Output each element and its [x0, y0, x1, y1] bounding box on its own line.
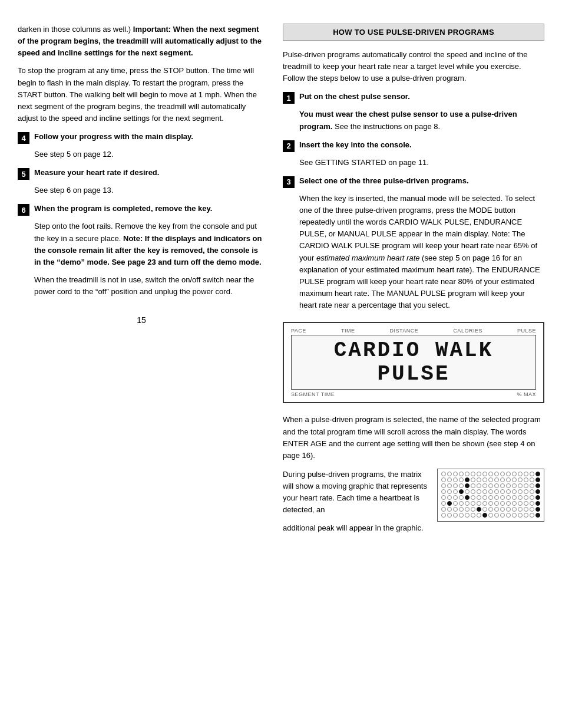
matrix-dot	[477, 483, 481, 488]
matrix-dot	[535, 513, 540, 518]
matrix-dot	[453, 501, 458, 506]
right-column: HOW TO USE PULSE-DRIVEN PROGRAMS Pulse-d…	[283, 24, 544, 704]
matrix-dot	[477, 477, 481, 482]
matrix-row	[441, 477, 540, 482]
matrix-dot	[453, 489, 458, 494]
matrix-dot	[465, 472, 470, 476]
label-pace: PACE	[291, 328, 306, 334]
matrix-dot	[477, 495, 481, 500]
matrix-dot	[471, 472, 475, 476]
step-6-number: 6	[18, 204, 29, 216]
matrix-dot	[494, 477, 499, 482]
matrix-dot	[477, 513, 481, 518]
matrix-dot	[441, 489, 446, 494]
step-r3-block: 3 Select one of the three pulse-driven p…	[283, 176, 544, 188]
matrix-dot	[471, 477, 475, 482]
matrix-dot	[506, 495, 511, 500]
matrix-dot	[530, 483, 534, 488]
matrix-dot	[482, 501, 487, 506]
step-r2-block: 2 Insert the key into the console.	[283, 140, 544, 152]
matrix-dot	[494, 513, 499, 518]
matrix-dot	[500, 513, 505, 518]
matrix-dot	[453, 483, 458, 488]
matrix-row	[441, 507, 540, 512]
matrix-dot	[447, 472, 452, 476]
step-r3-italic: estimated maximum heart rate	[316, 253, 420, 262]
matrix-dot	[535, 483, 540, 488]
matrix-dot	[512, 477, 517, 482]
matrix-dot	[500, 489, 505, 494]
matrix-dot	[494, 495, 499, 500]
matrix-dot	[488, 507, 493, 512]
matrix-dot	[524, 507, 528, 512]
matrix-para1: During pulse-driven programs, the matrix…	[283, 470, 427, 514]
matrix-dot	[512, 513, 517, 518]
matrix-dot	[530, 507, 534, 512]
matrix-dot	[524, 477, 528, 482]
matrix-dot	[447, 501, 452, 506]
matrix-dot	[471, 483, 475, 488]
matrix-dot	[465, 501, 470, 506]
matrix-dot	[494, 489, 499, 494]
matrix-dot	[441, 477, 446, 482]
matrix-dot	[524, 489, 528, 494]
matrix-dot	[441, 501, 446, 506]
step-4-number: 4	[18, 132, 29, 144]
matrix-dot	[518, 507, 523, 512]
matrix-dot	[518, 472, 523, 476]
matrix-dot	[488, 501, 493, 506]
matrix-dot	[500, 507, 505, 512]
matrix-dot	[518, 477, 523, 482]
matrix-dot	[506, 483, 511, 488]
matrix-dot	[524, 472, 528, 476]
step-6-body: Step onto the foot rails. Remove the key…	[34, 220, 265, 298]
step-r3-body: When the key is inserted, the manual mod…	[299, 193, 544, 311]
matrix-dot	[524, 513, 528, 518]
step-r3-text: When the key is inserted, the manual mod…	[299, 193, 544, 311]
matrix-dot	[447, 495, 452, 500]
matrix-dot	[530, 513, 534, 518]
step-r3-number: 3	[283, 176, 295, 188]
matrix-dot	[471, 501, 475, 506]
matrix-dot	[482, 477, 487, 482]
matrix-dot	[518, 501, 523, 506]
step-6-title: When the program is completed, remove th…	[34, 203, 212, 214]
matrix-dot	[518, 483, 523, 488]
step-4-body: See step 5 on page 12.	[34, 149, 265, 160]
matrix-dot	[500, 477, 505, 482]
step-5-number: 5	[18, 168, 29, 180]
matrix-dot	[482, 472, 487, 476]
matrix-dot	[524, 501, 528, 506]
page: darken in those columns as well.) Import…	[0, 0, 562, 728]
label-distance: DISTANCE	[389, 328, 418, 334]
matrix-dot	[512, 501, 517, 506]
matrix-dot	[482, 483, 487, 488]
matrix-dot	[477, 472, 481, 476]
right-intro: Pulse-driven programs automatically cont…	[283, 49, 544, 84]
step-5-title: Measure your heart rate if desired.	[34, 167, 159, 178]
matrix-dot	[447, 483, 452, 488]
matrix-dot	[488, 489, 493, 494]
matrix-dot	[488, 472, 493, 476]
matrix-row	[441, 489, 540, 494]
matrix-dot	[459, 507, 464, 512]
matrix-dot	[530, 489, 534, 494]
step-6-body-text: Step onto the foot rails. Remove the key…	[34, 220, 265, 268]
step-r1-text: See the instructions on page 8.	[335, 122, 440, 131]
matrix-dot	[524, 483, 528, 488]
step-6-note: Note: If the displays and indicators on …	[34, 234, 262, 266]
matrix-dot	[459, 477, 464, 482]
intro-bold: Important: When the next segment of the …	[18, 25, 262, 57]
matrix-dot	[535, 507, 540, 512]
matrix-dot	[465, 483, 470, 488]
matrix-dot	[441, 507, 446, 512]
matrix-dot	[500, 495, 505, 500]
matrix-dot	[500, 483, 505, 488]
matrix-row	[441, 513, 540, 518]
display-bottom-labels: SEGMENT TIME % MAX	[291, 391, 536, 397]
matrix-dot	[494, 472, 499, 476]
matrix-dot	[530, 501, 534, 506]
matrix-dot	[453, 513, 458, 518]
matrix-dot	[471, 489, 475, 494]
matrix-dot	[494, 507, 499, 512]
